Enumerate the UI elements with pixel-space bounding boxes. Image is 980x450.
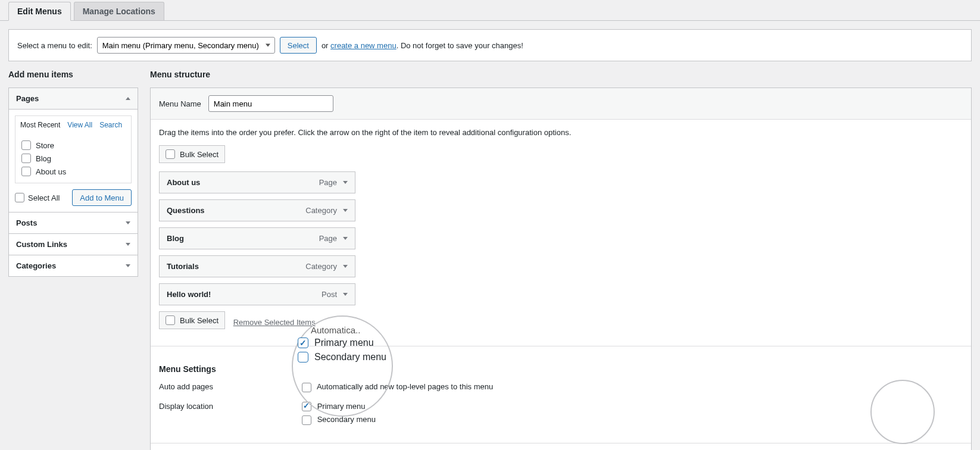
chevron-down-icon [126,221,130,224]
page-item-store-checkbox[interactable] [21,140,31,150]
accordion-pages: Pages Most Recent View All Search Store [8,88,138,212]
bulk-select-top[interactable]: Bulk Select [159,145,225,163]
subtab-view-all[interactable]: View All [67,121,92,129]
menu-item[interactable]: About us Page [159,171,355,193]
auto-add-label: Auto add pages [159,382,302,391]
loc-secondary[interactable]: Secondary menu [302,415,376,425]
menu-item[interactable]: Hello world! Post [159,283,355,305]
select-prompt: Select a menu to edit: [17,41,92,50]
accordion-posts-header[interactable]: Posts [9,212,138,233]
accordion-categories-header[interactable]: Categories [9,255,138,276]
menu-structure-title: Menu structure [150,70,972,79]
chevron-down-icon[interactable] [343,265,348,268]
menu-item[interactable]: Blog Page [159,227,355,249]
menu-select[interactable]: Main menu (Primary menu, Secondary menu) [97,37,275,54]
select-all-pages-checkbox[interactable] [15,193,24,202]
loc-secondary-checkbox[interactable] [302,415,311,425]
bulk-select-bottom-checkbox[interactable] [166,315,175,325]
auto-add-option[interactable]: Automatically add new top-level pages to… [302,382,493,392]
accordion-categories: Categories [8,255,138,277]
menu-item[interactable]: Questions Category [159,199,355,221]
remove-selected-link[interactable]: Remove Selected Items [233,318,316,327]
chevron-down-icon[interactable] [343,209,348,212]
menu-selector-bar: Select a menu to edit: Main menu (Primar… [8,29,972,61]
add-menu-items-title: Add menu items [8,70,138,79]
page-item-blog-checkbox[interactable] [21,154,31,163]
chevron-down-icon [126,264,130,267]
select-or-text: or create a new menu. Do not forget to s… [322,41,523,50]
create-menu-link[interactable]: create a new menu [330,41,397,50]
bulk-select-bottom[interactable]: Bulk Select [159,311,225,329]
subtab-most-recent[interactable]: Most Recent [20,121,60,129]
page-item-about-checkbox[interactable] [21,167,31,176]
loc-primary[interactable]: Primary menu [302,402,376,412]
menu-name-label: Menu Name [159,99,201,108]
tab-manage-locations[interactable]: Manage Locations [74,2,164,20]
bulk-select-top-checkbox[interactable] [166,149,175,159]
menu-items-list: About us Page Questions Category Blog Pa… [159,171,963,305]
menu-panel: Menu Name Drag the items into the order … [150,88,972,450]
page-item-blog[interactable]: Blog [21,152,125,165]
subtab-search[interactable]: Search [99,121,122,129]
chevron-down-icon[interactable] [343,237,348,240]
page-item-about[interactable]: About us [21,165,125,178]
accordion-custom-links-header[interactable]: Custom Links [9,234,138,255]
auto-add-checkbox[interactable] [302,383,311,392]
drag-instruction: Drag the items into the order you prefer… [159,128,963,137]
menu-name-input[interactable] [208,95,333,112]
display-location-label: Display location [159,402,302,411]
menu-item[interactable]: Tutorials Category [159,255,355,277]
accordion-custom-links: Custom Links [8,233,138,255]
chevron-down-icon[interactable] [343,293,348,296]
loc-primary-checkbox[interactable] [302,402,311,411]
add-to-menu-button[interactable]: Add to Menu [72,189,132,206]
menu-settings-title: Menu Settings [159,364,963,374]
accordion-pages-header[interactable]: Pages [9,88,138,110]
chevron-down-icon[interactable] [343,181,348,184]
tab-edit-menus[interactable]: Edit Menus [8,2,71,21]
chevron-down-icon [126,243,130,246]
chevron-up-icon [126,97,130,100]
accordion-posts: Posts [8,212,138,234]
page-item-store[interactable]: Store [21,139,125,152]
select-button[interactable]: Select [280,37,317,54]
pages-subtabs: Most Recent View All Search [15,115,132,134]
select-all-pages[interactable]: Select All [15,193,60,202]
